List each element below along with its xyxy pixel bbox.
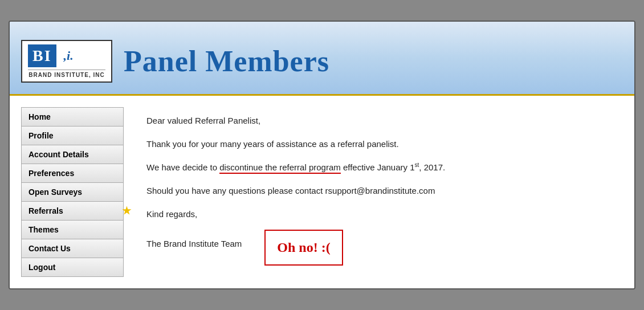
sidebar-item-themes[interactable]: Themes — [21, 220, 124, 239]
para1: Thank you for your many years of assista… — [146, 136, 612, 152]
sidebar-item-profile[interactable]: Profile — [21, 126, 124, 145]
sidebar-item-account-details[interactable]: Account Details — [21, 145, 124, 164]
para2-underlined: discontinue the referral program — [219, 162, 341, 174]
sidebar-item-logout[interactable]: Logout — [21, 258, 124, 277]
greeting: Dear valued Referral Panelist, — [146, 113, 612, 128]
sidebar-item-referrals[interactable]: Referrals ★ — [21, 201, 124, 220]
para2: We have decide to discontinue the referr… — [146, 160, 612, 175]
para3-pre: Should you have any questions please con… — [146, 186, 325, 195]
para3-email: rsupport@brandinstitute.com — [325, 186, 435, 195]
para4: Kind regards, — [146, 206, 612, 222]
logo-i-text: ,i. — [64, 48, 74, 63]
main-layout: Home Profile Account Details Preferences… — [10, 96, 634, 288]
sidebar-item-preferences[interactable]: Preferences — [21, 164, 124, 182]
para3: Should you have any questions please con… — [146, 183, 612, 198]
para5: The Brand Institute Team — [146, 236, 242, 251]
logo: BI ,i. BRAND INSTITUTE, inc — [21, 40, 112, 83]
header: BI ,i. BRAND INSTITUTE, inc Panel Member… — [10, 22, 634, 96]
para2-pre: We have decide to — [146, 162, 219, 172]
sidebar: Home Profile Account Details Preferences… — [21, 107, 124, 277]
sidebar-item-open-surveys[interactable]: Open Surveys — [21, 182, 124, 201]
para2-post: , 2017. — [419, 162, 445, 172]
content-area: Dear valued Referral Panelist, Thank you… — [135, 107, 623, 277]
para2-post-pre: effective January 1 — [341, 162, 415, 172]
logo-subtitle: BRAND INSTITUTE, inc — [28, 70, 105, 78]
app-window: BI ,i. BRAND INSTITUTE, inc Panel Member… — [9, 21, 635, 289]
bottom-row: The Brand Institute Team Oh no! :( — [146, 230, 612, 266]
star-icon: ★ — [122, 205, 131, 217]
site-title: Panel Members — [124, 44, 329, 78]
oh-no-box: Oh no! :( — [264, 230, 343, 266]
logo-bi-text: BI — [28, 44, 56, 67]
sidebar-item-home[interactable]: Home — [21, 107, 124, 126]
logo-comma — [59, 50, 62, 62]
sidebar-item-contact-us[interactable]: Contact Us — [21, 239, 124, 258]
